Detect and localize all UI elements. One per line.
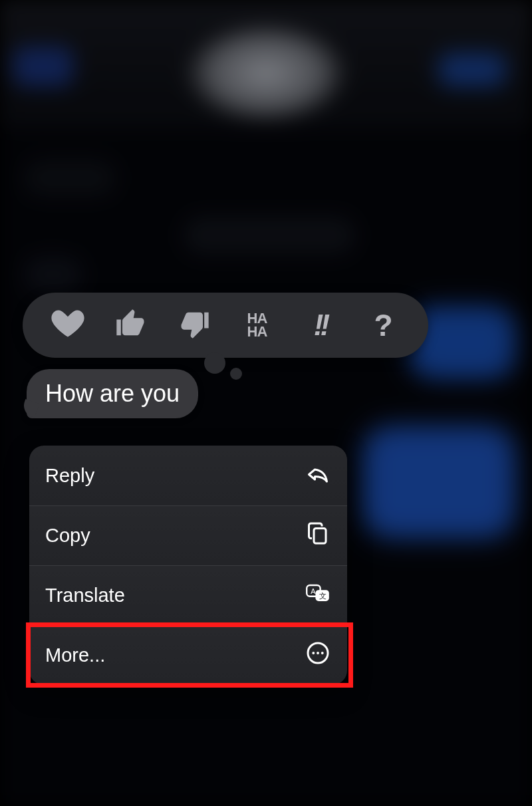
copy-icon — [306, 521, 330, 550]
ellipsis-icon — [306, 641, 330, 670]
tapback-thumbs-up[interactable] — [110, 305, 152, 346]
svg-rect-0 — [314, 529, 326, 544]
menu-item-label: More... — [45, 644, 105, 666]
message-context-menu: Reply Copy Translate A 文 More... — [29, 446, 347, 685]
tapback-haha[interactable]: HA HA — [237, 305, 278, 346]
tapback-bar: HA HA !! ? — [23, 293, 428, 358]
question-icon: ? — [374, 307, 392, 343]
thumbs-down-icon — [177, 307, 211, 344]
svg-text:A: A — [311, 587, 316, 595]
exclaim-icon: !! — [314, 309, 327, 342]
heart-icon — [51, 307, 85, 344]
message-text: How are you — [45, 380, 180, 407]
svg-text:文: 文 — [319, 592, 327, 600]
translate-icon: A 文 — [306, 581, 330, 610]
reply-icon — [306, 462, 330, 490]
menu-item-label: Reply — [45, 465, 94, 487]
svg-point-7 — [317, 652, 319, 654]
translate-button[interactable]: Translate A 文 — [29, 565, 347, 625]
menu-item-label: Translate — [45, 585, 125, 606]
svg-point-6 — [312, 652, 315, 654]
tapback-heart[interactable] — [47, 305, 88, 346]
reply-button[interactable]: Reply — [29, 446, 347, 505]
tapback-exclaim[interactable]: !! — [300, 305, 341, 346]
tapback-thumbs-down[interactable] — [174, 305, 215, 346]
more-button[interactable]: More... — [29, 625, 347, 685]
copy-button[interactable]: Copy — [29, 505, 347, 565]
thumbs-up-icon — [114, 307, 148, 344]
tapback-question[interactable]: ? — [363, 305, 404, 346]
menu-item-label: Copy — [45, 525, 90, 547]
svg-point-8 — [321, 652, 324, 654]
focused-message-bubble[interactable]: How are you — [27, 369, 198, 418]
haha-icon: HA HA — [247, 312, 267, 338]
